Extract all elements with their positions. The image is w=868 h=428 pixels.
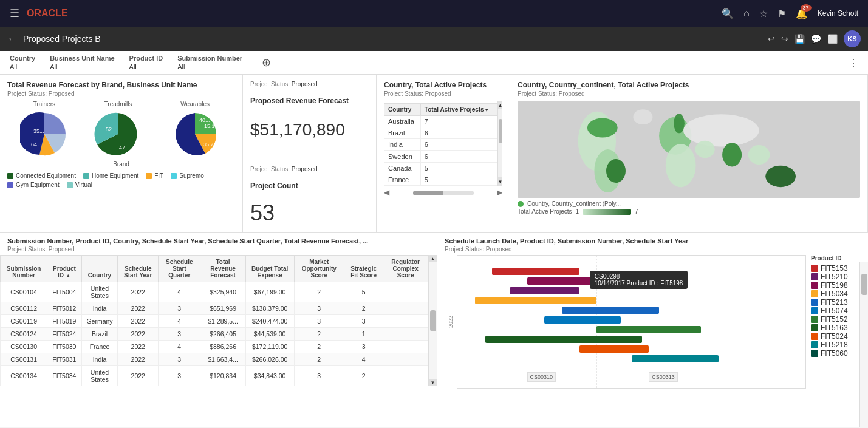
cell-country: India: [81, 302, 118, 315]
count-status: Project Status: Proposed: [250, 166, 369, 172]
schedule-scroll-thumb[interactable]: [861, 274, 867, 295]
legend-fit5152: FIT5152: [811, 315, 861, 324]
fit-label: FIT: [154, 172, 163, 179]
forecast-panel: Project Status: Proposed Proposed Revenu…: [243, 75, 377, 232]
svg-text:64.5...: 64.5...: [31, 141, 46, 148]
col-country[interactable]: Country: [81, 256, 118, 282]
legend-fit5060: FIT5060: [811, 349, 861, 358]
table-scroll-container[interactable]: Submission Number Product ID ▲ Country S…: [0, 255, 428, 386]
legend-color-fit5163: [811, 324, 818, 331]
brand-label: Brand: [7, 161, 235, 168]
export-icon[interactable]: ⬜: [827, 34, 838, 44]
col-product[interactable]: Product ID ▲: [47, 256, 81, 282]
cell-year: 2022: [118, 315, 159, 328]
undo-icon[interactable]: ↩: [768, 34, 775, 44]
filter-bu-value: All: [50, 63, 114, 70]
count-cell: 6: [420, 139, 497, 151]
connected-label: Connected Equipment: [16, 172, 76, 179]
country-prev-button[interactable]: ◀: [384, 188, 389, 197]
scroll-thumb[interactable]: [499, 119, 502, 143]
scroll-up-btn[interactable]: ▲: [429, 255, 437, 262]
cell-quarter: 3: [159, 328, 200, 341]
svg-point-12: [722, 143, 742, 166]
legend-label-fit5153: FIT5153: [821, 264, 848, 273]
comment-icon[interactable]: 💬: [811, 34, 821, 44]
cell-submission: CS00124: [1, 328, 47, 341]
cell-product: FIT5031: [47, 353, 81, 366]
legend-color-fit5213: [811, 299, 818, 306]
redo-icon[interactable]: ↪: [781, 34, 788, 44]
more-options-button[interactable]: ⋮: [849, 57, 858, 69]
col-revenue[interactable]: Total Revenue Forecast: [200, 256, 245, 282]
country-scrollbar[interactable]: ▲ ▼: [497, 101, 502, 186]
gantt-bar-fit5024: [579, 345, 649, 353]
scroll-down-btn[interactable]: ▼: [429, 379, 437, 386]
home-dot: [83, 173, 89, 179]
save-icon[interactable]: 💾: [795, 34, 805, 44]
search-icon[interactable]: 🔍: [722, 8, 734, 19]
back-button[interactable]: ←: [7, 33, 17, 44]
scroll-up[interactable]: ▲: [498, 101, 502, 109]
col-year[interactable]: Schedule Start Year: [118, 256, 159, 282]
cell-year: 2022: [118, 341, 159, 353]
legend-label-fit5152: FIT5152: [821, 315, 848, 324]
schedule-scrollbar[interactable]: [859, 262, 868, 427]
filter-country-label: Country: [10, 55, 35, 62]
notification-icon[interactable]: 🔔37: [796, 8, 808, 19]
scroll-thumb-v[interactable]: [430, 310, 436, 331]
table-scrollbar[interactable]: ▲ ▼: [428, 255, 437, 386]
country-col-header[interactable]: Country: [384, 104, 421, 116]
filter-pid-label: Product ID: [129, 55, 163, 62]
scroll-track: [430, 262, 436, 379]
brand-panel-title: Total Revenue Forecast by Brand, Busines…: [7, 81, 235, 89]
legend-fit5213: FIT5213: [811, 298, 861, 307]
legend-color-fit5198: [811, 282, 818, 289]
user-avatar[interactable]: KS: [844, 30, 861, 47]
country-panel-title: Country, Total Active Projects: [384, 81, 502, 89]
cell-country: United States: [81, 366, 118, 386]
cell-country: Brazil: [81, 328, 118, 341]
legend-fit5153: FIT5153: [811, 264, 861, 273]
top-panels-row: Total Revenue Forecast by Brand, Busines…: [0, 75, 868, 233]
wearables-chart: Wearables 40... 35.74% 15.10%: [168, 101, 222, 158]
legend-fit5074: FIT5074: [811, 307, 861, 315]
gantt-chart: CS00298 10/14/2017 Product ID : FIT5198 …: [457, 255, 806, 389]
col-submission[interactable]: Submission Number: [1, 256, 47, 282]
cell-regulator: [383, 341, 428, 353]
cell-budget: $67,199.00: [245, 282, 294, 302]
home-icon[interactable]: ⌂: [743, 8, 750, 19]
cell-budget: $172,119.00: [245, 341, 294, 353]
active-projects-col-header[interactable]: Total Active Projects ▾: [420, 104, 497, 116]
country-next-button[interactable]: ▶: [497, 188, 502, 197]
gantt-bar-fit5152: [596, 326, 701, 333]
forecast-amount: $51,170,890: [250, 120, 369, 140]
table-row: CS00112 FIT5012 India 2022 3 $651,969 $1…: [1, 302, 428, 315]
legend-title: Product ID: [811, 255, 861, 262]
count-cell: 6: [420, 127, 497, 139]
star-icon[interactable]: ☆: [759, 8, 768, 19]
flag-icon[interactable]: ⚑: [777, 8, 786, 19]
add-filter-button[interactable]: ⊕: [262, 56, 271, 69]
legend-color-fit5210: [811, 273, 818, 280]
scroll-down[interactable]: ▼: [498, 177, 502, 186]
cell-product: FIT5019: [47, 315, 81, 328]
col-market[interactable]: Market Opportunity Score: [294, 256, 344, 282]
svg-point-18: [674, 114, 685, 133]
virtual-dot: [67, 182, 73, 188]
table-row: CS00104 FIT5004 United States 2022 4 $32…: [1, 282, 428, 302]
svg-point-19: [587, 118, 618, 137]
cell-budget: $138,379.00: [245, 302, 294, 315]
table-panel-subtitle: Project Status: Proposed: [0, 246, 437, 253]
col-quarter[interactable]: Schedule Start Quarter: [159, 256, 200, 282]
col-budget[interactable]: Budget Total Expense: [245, 256, 294, 282]
col-strategic[interactable]: Strategic Fit Score: [344, 256, 383, 282]
cell-market: 2: [294, 282, 344, 302]
forecast-status: Project Status: Proposed: [250, 81, 369, 87]
hamburger-icon[interactable]: ☰: [10, 7, 19, 20]
legend-color-fit5074: [811, 307, 818, 314]
cell-regulator: [383, 353, 428, 366]
fit-dot: [146, 173, 152, 179]
cell-year: 2022: [118, 302, 159, 315]
col-regulator[interactable]: Regulator Complex Score: [383, 256, 428, 282]
brand-legend: Connected Equipment Home Equipment FIT S…: [7, 172, 235, 188]
